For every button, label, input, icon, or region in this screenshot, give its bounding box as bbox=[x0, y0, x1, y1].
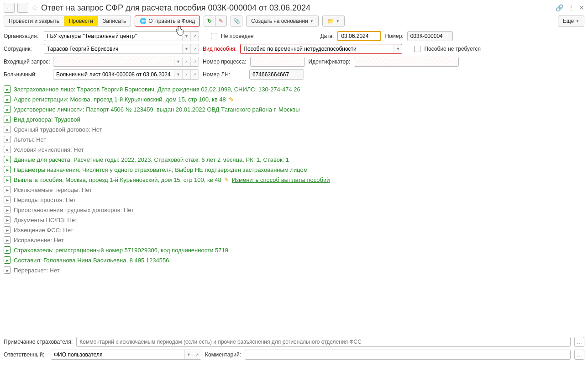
info-row: ▸Перерасчет: Нет bbox=[4, 265, 584, 275]
info-text: Вид договора: Трудовой bbox=[14, 116, 80, 123]
open-icon[interactable]: ↗ bbox=[190, 70, 199, 79]
favorite-star-icon[interactable]: ☆ bbox=[31, 3, 38, 13]
menu-dots-icon[interactable]: ⋮ bbox=[568, 4, 574, 11]
info-row: ▸Страхователь: регистрационный номер 571… bbox=[4, 245, 584, 255]
expand-icon[interactable]: ▸ bbox=[4, 156, 11, 163]
expand-icon[interactable]: ▸ bbox=[4, 136, 11, 143]
info-text: Адрес регистрации: Москва, проезд 1-й Ку… bbox=[14, 96, 226, 103]
expand-icon[interactable]: ▸ bbox=[4, 126, 11, 133]
info-text: Приостановления трудовых договоров: Нет bbox=[14, 207, 134, 213]
open-icon[interactable]: ↗ bbox=[193, 350, 201, 359]
sick-leave-field[interactable]: ▼ × ↗ bbox=[53, 69, 199, 80]
ln-number-label: Номер ЛН: bbox=[203, 71, 246, 78]
expand-icon[interactable]: ▸ bbox=[4, 216, 11, 223]
identifier-field[interactable] bbox=[354, 57, 459, 67]
expand-icon[interactable]: ▸ bbox=[4, 176, 11, 183]
open-icon[interactable]: ↗ bbox=[190, 57, 199, 66]
expand-icon[interactable]: ▸ bbox=[4, 246, 11, 254]
clear-icon[interactable]: × bbox=[182, 57, 190, 66]
forward-button[interactable]: → bbox=[17, 3, 28, 13]
expand-icon[interactable]: ▸ bbox=[4, 186, 11, 193]
edit-pencil-icon[interactable]: ✎ bbox=[229, 96, 234, 103]
employee-field[interactable]: ▼ ↗ bbox=[44, 44, 199, 54]
process-no-field[interactable] bbox=[250, 57, 305, 67]
more-button[interactable]: Еще ▼ bbox=[558, 16, 584, 27]
responsible-field[interactable]: ▼ ↗ bbox=[51, 350, 201, 360]
paperclip-icon: 📎 bbox=[233, 18, 240, 24]
change-payment-method-link[interactable]: Изменить способ выплаты пособий bbox=[232, 176, 330, 183]
expand-icon[interactable]: ▸ bbox=[4, 206, 11, 213]
edit-pencil-icon[interactable]: ✎ bbox=[224, 176, 229, 183]
check-button[interactable]: ✎ bbox=[215, 16, 227, 27]
expand-icon[interactable]: ▸ bbox=[4, 85, 11, 93]
not-posted-label: Не проведен bbox=[221, 33, 253, 39]
info-row: ▸Документы НС/ПЗ: Нет bbox=[4, 215, 584, 225]
info-row: ▸Удостоверение личности: Паспорт 4506 № … bbox=[4, 104, 584, 114]
create-based-on-button[interactable]: Создать на основании ▼ bbox=[246, 16, 318, 27]
info-text: Параметры назначения: Числится у одного … bbox=[14, 166, 308, 173]
responsible-label: Ответственный: bbox=[4, 351, 47, 358]
expand-icon[interactable]: ▸ bbox=[4, 116, 11, 123]
note-expand-button[interactable]: … bbox=[574, 337, 584, 347]
expand-icon[interactable]: ▸ bbox=[4, 236, 11, 244]
info-row: ▸Исключаемые периоды: Нет bbox=[4, 185, 584, 195]
number-label: Номер: bbox=[385, 33, 403, 39]
expand-icon[interactable]: ▸ bbox=[4, 226, 11, 234]
info-text: Исключаемые периоды: Нет bbox=[14, 186, 92, 193]
info-text: Периоды простоя: Нет bbox=[14, 197, 76, 203]
link-icon[interactable]: 🔗 bbox=[556, 4, 563, 11]
comment-label: Комментарий: bbox=[205, 351, 241, 358]
incoming-request-label: Входящий запрос: bbox=[4, 59, 49, 65]
back-button[interactable]: ← bbox=[4, 3, 15, 13]
clear-icon[interactable]: × bbox=[182, 70, 190, 79]
info-text: Льготы: Нет bbox=[14, 136, 46, 143]
date-field[interactable]: 🗓 bbox=[337, 31, 381, 41]
dropdown-icon[interactable]: ▼ bbox=[174, 70, 182, 79]
dropdown-icon[interactable]: ▼ bbox=[174, 57, 182, 66]
dropdown-icon[interactable]: ▼ bbox=[182, 32, 190, 41]
info-row: ▸Исправление: Нет bbox=[4, 235, 584, 245]
expand-icon[interactable]: ▸ bbox=[4, 166, 11, 173]
info-row: ▸Выплата пособия: Москва, проезд 1-й Кур… bbox=[4, 175, 584, 185]
open-icon[interactable]: ↗ bbox=[190, 32, 199, 41]
info-row: ▸Периоды простоя: Нет bbox=[4, 195, 584, 205]
ln-number-field bbox=[249, 69, 304, 80]
folder-icon: 📁 bbox=[327, 18, 334, 24]
not-posted-checkbox[interactable] bbox=[211, 33, 217, 39]
info-row: ▸Застрахованное лицо: Тарасов Георгий Бо… bbox=[4, 84, 584, 94]
dropdown-icon[interactable]: ▼ bbox=[182, 44, 190, 53]
globe-icon: 🌐 bbox=[140, 18, 147, 24]
write-button[interactable]: Записать bbox=[98, 16, 131, 27]
open-icon[interactable]: ↗ bbox=[190, 44, 199, 53]
comment-field[interactable] bbox=[245, 350, 571, 360]
info-row: ▸Составил: Голованова Нина Васильевна, 8… bbox=[4, 255, 584, 265]
magic-wand-icon: ✎ bbox=[219, 18, 223, 24]
close-icon[interactable]: ✕ bbox=[579, 4, 584, 11]
attach-button[interactable]: 📎 bbox=[231, 16, 242, 27]
note-field[interactable] bbox=[76, 337, 571, 347]
comment-expand-button[interactable]: … bbox=[574, 350, 584, 360]
dropdown-icon[interactable]: ▼ bbox=[184, 350, 193, 359]
post-and-close-button[interactable]: Провести и закрыть bbox=[4, 16, 64, 27]
benefit-type-field[interactable]: ▼ bbox=[240, 44, 402, 54]
dropdown-icon[interactable]: ▼ bbox=[394, 44, 402, 53]
expand-icon[interactable]: ▸ bbox=[4, 256, 11, 264]
expand-icon[interactable]: ▸ bbox=[4, 96, 11, 103]
no-benefit-checkbox[interactable] bbox=[414, 46, 420, 52]
incoming-request-field[interactable]: ▼ × ↗ bbox=[53, 57, 199, 67]
folder-action-button[interactable]: 📁 ▼ bbox=[322, 16, 345, 27]
info-row: ▸Параметры назначения: Числится у одного… bbox=[4, 165, 584, 175]
expand-icon[interactable]: ▸ bbox=[4, 106, 11, 113]
expand-icon[interactable]: ▸ bbox=[4, 266, 11, 274]
expand-icon[interactable]: ▸ bbox=[4, 146, 11, 153]
organization-field[interactable]: ▼ ↗ bbox=[44, 31, 199, 41]
send-to-fund-button[interactable]: 🌐 Отправить в Фонд bbox=[135, 16, 200, 27]
info-row: ▸Вид договора: Трудовой bbox=[4, 114, 584, 124]
refresh-button[interactable]: ↻ bbox=[204, 16, 215, 27]
refresh-icon: ↻ bbox=[207, 18, 212, 24]
post-button[interactable]: Провести bbox=[64, 16, 98, 27]
expand-icon[interactable]: ▸ bbox=[4, 196, 11, 203]
no-benefit-label: Пособие не требуется bbox=[424, 46, 481, 52]
info-text: Страхователь: регистрационный номер 5719… bbox=[14, 247, 228, 254]
info-text: Документы НС/ПЗ: Нет bbox=[14, 217, 78, 223]
